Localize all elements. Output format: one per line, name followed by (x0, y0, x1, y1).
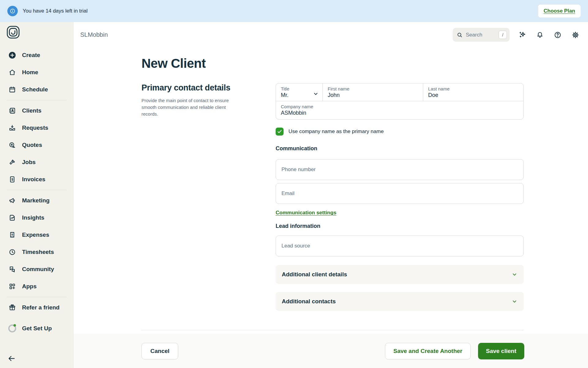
title-value: Mr. (281, 92, 318, 98)
communication-settings-link[interactable]: Communication settings (276, 210, 336, 216)
name-field-group: Title Mr. First name L (276, 83, 524, 120)
cancel-button[interactable]: Cancel (141, 343, 178, 359)
clock-icon (8, 248, 17, 256)
sidebar-item-label: Timesheets (22, 249, 54, 255)
bell-icon (536, 31, 544, 39)
sidebar-item-label: Clients (22, 107, 41, 114)
first-name-cell: First name (322, 83, 423, 101)
last-name-field[interactable] (428, 92, 518, 98)
sidebar-item-home[interactable]: Home (0, 64, 73, 81)
sidebar-divider (7, 190, 66, 190)
create-icon (8, 51, 17, 59)
info-icon (7, 6, 18, 16)
topbar: SLMobbin Search / (74, 22, 588, 48)
sidebar-item-expenses[interactable]: $ Expenses (0, 226, 73, 243)
accordion-label: Additional contacts (282, 298, 336, 305)
account-name: SLMobbin (80, 31, 108, 38)
sidebar-item-requests[interactable]: Requests (0, 119, 73, 136)
sidebar-item-label: Jobs (22, 159, 36, 166)
additional-contacts-accordion[interactable]: Additional contacts (276, 292, 524, 311)
topbar-controls: Search / (453, 28, 581, 42)
sidebar-item-refer-a-friend[interactable]: Refer a friend (0, 299, 73, 316)
new-client-form: New Client Primary contact details Provi… (74, 48, 588, 334)
sidebar-item-label: Insights (22, 214, 44, 221)
sidebar-item-label: Requests (22, 125, 48, 131)
sidebar-item-label: Community (22, 266, 54, 273)
help-button[interactable] (552, 30, 563, 40)
section-description: Provide the main point of contact to ens… (141, 97, 237, 117)
insights-icon (8, 213, 17, 222)
sidebar-item-label: Refer a friend (22, 304, 59, 311)
checkbox-checked-icon[interactable] (276, 128, 284, 136)
email-field[interactable] (276, 183, 524, 204)
accordion-label: Additional client details (282, 271, 347, 278)
use-company-name-checkbox-row[interactable]: Use company name as the primary name (276, 128, 524, 136)
arrow-left-icon (7, 354, 17, 363)
company-name-label: Company name (281, 104, 518, 109)
search-placeholder: Search (466, 32, 499, 38)
svg-text:$: $ (11, 178, 13, 181)
sidebar-item-create[interactable]: Create (0, 47, 73, 64)
sidebar-item-insights[interactable]: Insights (0, 209, 73, 226)
sparkles-icon (518, 31, 526, 39)
save-and-create-another-button[interactable]: Save and Create Another (385, 343, 470, 359)
sidebar-item-label: Schedule (22, 86, 48, 93)
phone-number-field[interactable] (276, 159, 524, 180)
quotes-icon (8, 141, 17, 149)
sidebar-item-community[interactable]: Community (0, 261, 73, 278)
svg-text:$: $ (11, 233, 13, 236)
checkbox-label: Use company name as the primary name (288, 128, 384, 135)
sidebar-item-label: Create (22, 52, 40, 59)
sidebar-item-quotes[interactable]: Quotes (0, 136, 73, 154)
save-client-button[interactable]: Save client (478, 343, 524, 359)
lead-source-field[interactable] (276, 236, 524, 256)
trial-banner: You have 14 days left in trial Choose Pl… (0, 0, 588, 22)
apps-icon (8, 282, 17, 291)
sidebar-item-timesheets[interactable]: Timesheets (0, 243, 73, 261)
calendar-icon (8, 85, 17, 94)
collapse-sidebar-button[interactable] (7, 354, 17, 363)
lead-information-heading: Lead information (276, 223, 524, 229)
sidebar-item-schedule[interactable]: Schedule (0, 81, 73, 98)
notifications-button[interactable] (535, 30, 545, 40)
first-name-field[interactable] (328, 92, 418, 98)
search-shortcut-badge: / (499, 31, 507, 39)
search-input[interactable]: Search / (453, 28, 510, 42)
sidebar-item-label: Get Set Up (22, 325, 52, 332)
last-name-label: Last name (428, 86, 518, 91)
sidebar-item-marketing[interactable]: Marketing (0, 192, 73, 209)
sidebar: Create Home Schedule Clients (0, 22, 74, 368)
sidebar-divider (7, 100, 66, 100)
requests-icon (8, 124, 17, 132)
megaphone-icon (8, 196, 17, 205)
settings-button[interactable] (570, 30, 581, 40)
company-name-field[interactable] (281, 110, 518, 116)
setup-progress-icon (8, 324, 17, 333)
clients-icon (8, 106, 17, 115)
trial-message: You have 14 days left in trial (23, 8, 88, 14)
ai-assistant-button[interactable] (517, 30, 527, 40)
first-name-label: First name (328, 86, 418, 91)
additional-client-details-accordion[interactable]: Additional client details (276, 265, 524, 284)
sidebar-item-label: Home (22, 69, 38, 76)
chevron-down-icon (313, 91, 319, 97)
page-title: New Client (141, 56, 524, 71)
search-icon (457, 32, 463, 38)
sidebar-item-clients[interactable]: Clients (0, 102, 73, 119)
sidebar-item-get-set-up[interactable]: Get Set Up (0, 320, 73, 337)
invoices-icon: $ (8, 175, 17, 184)
title-select[interactable]: Title Mr. (276, 83, 322, 101)
primary-contact-section-intro: Primary contact details Provide the main… (141, 83, 237, 311)
gear-icon (571, 31, 579, 39)
footer-divider (141, 330, 524, 330)
sidebar-item-label: Quotes (22, 142, 42, 148)
sidebar-item-jobs[interactable]: Jobs (0, 154, 73, 171)
gift-icon (8, 303, 17, 312)
choose-plan-button[interactable]: Choose Plan (538, 5, 581, 17)
sidebar-item-apps[interactable]: Apps (0, 278, 73, 295)
form-action-bar: Cancel Save and Create Another Save clie… (74, 334, 588, 368)
chevron-down-icon (511, 271, 518, 278)
sidebar-item-invoices[interactable]: $ Invoices (0, 171, 73, 188)
sidebar-nav: Create Home Schedule Clients (0, 47, 73, 337)
sidebar-item-label: Invoices (22, 176, 45, 183)
